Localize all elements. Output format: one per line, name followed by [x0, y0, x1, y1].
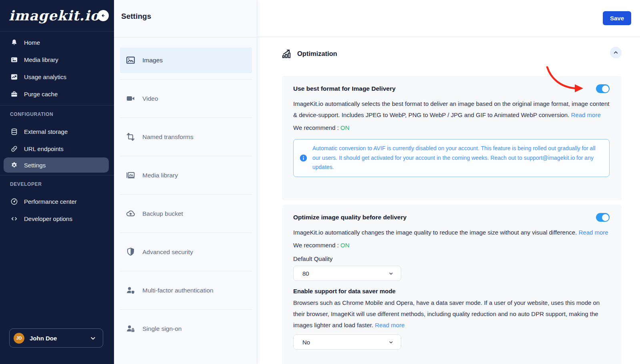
sidebar-item-label: Developer options — [24, 215, 72, 222]
sidebar-item-media-library[interactable]: Media library — [0, 51, 114, 68]
quality-card: Optimize image quality before delivery I… — [282, 205, 622, 364]
quality-toggle[interactable] — [596, 213, 610, 222]
database-icon — [10, 128, 18, 136]
settings-category-named-transforms[interactable]: Named transforms — [120, 124, 252, 150]
read-more-link[interactable]: Read more — [571, 111, 601, 118]
data-saver-description: Browsers such as Chrome Mobile and Opera… — [293, 297, 610, 331]
list-slot: Video — [114, 80, 257, 117]
sidebar-collapse-button[interactable] — [98, 10, 109, 21]
best-format-card: Use best format for Image Delivery Image… — [282, 76, 622, 201]
avif-info-alert: Automatic conversion to AVIF is currentl… — [293, 139, 610, 177]
quality-description: ImageKit.io automatically changes the im… — [293, 227, 610, 238]
settings-category-backup-bucket[interactable]: Backup bucket — [120, 201, 252, 227]
settings-content-panel: Save Optimization Use best format for Im… — [257, 0, 640, 364]
list-slot: Single sign-on — [114, 310, 257, 348]
settings-category-advanced-security[interactable]: Advanced security — [120, 239, 252, 265]
sidebar-item-usage-analytics[interactable]: Usage analytics — [0, 68, 114, 86]
gauge-icon — [10, 198, 18, 206]
optimization-section-header: Optimization — [257, 45, 640, 66]
sidebar-item-home[interactable]: Home — [0, 34, 114, 51]
settings-category-video[interactable]: Video — [120, 86, 252, 111]
list-slot: Multi-factor authentication — [114, 271, 257, 309]
settings-category-multi-factor-authentication[interactable]: Multi-factor authentication — [120, 278, 252, 303]
settings-category-media-library[interactable]: Media library — [120, 163, 252, 188]
user-name: John Doe — [30, 335, 84, 342]
recommendation: We recommend : ON — [293, 124, 610, 131]
section-collapse-button[interactable] — [610, 47, 622, 58]
default-quality-label: Default Quality — [293, 255, 610, 262]
chevron-up-icon — [613, 50, 618, 55]
recommend-value: ON — [340, 124, 350, 131]
gear-icon — [10, 161, 18, 169]
avatar: JD — [14, 333, 24, 344]
settings-category-label: Named transforms — [142, 133, 193, 141]
selected-value: 80 — [302, 270, 388, 277]
save-button[interactable]: Save — [603, 11, 631, 25]
crop-icon — [125, 132, 136, 142]
settings-panel-title: Settings — [114, 0, 257, 21]
chevron-down-icon — [90, 335, 96, 342]
sidebar-item-label: Settings — [24, 162, 46, 169]
selected-value: No — [302, 339, 388, 346]
read-more-link[interactable]: Read more — [578, 229, 608, 236]
sidebar-item-purge-cache[interactable]: Purge cache — [0, 86, 114, 103]
settings-category-images[interactable]: Images — [120, 48, 252, 73]
sidebar-item-url-endpoints[interactable]: URL endpoints — [0, 140, 114, 157]
settings-category-label: Advanced security — [142, 249, 193, 256]
user-menu[interactable]: JD John Doe — [9, 328, 103, 348]
list-slot: Backup bucket — [114, 195, 257, 233]
data-saver-select[interactable]: No — [293, 334, 401, 350]
chevron-down-icon — [388, 271, 394, 276]
user-lock-icon — [125, 324, 136, 334]
shield-icon — [125, 247, 136, 257]
sidebar-item-label: Usage analytics — [24, 74, 66, 80]
default-quality-select[interactable]: 80 — [293, 266, 401, 281]
list-slot: Images — [114, 41, 257, 79]
analytics-chart-icon — [10, 73, 18, 81]
media-library-icon — [125, 170, 136, 181]
images-icon — [125, 55, 136, 66]
chevron-down-icon — [388, 340, 394, 345]
logo-row: imagekit.io — [0, 0, 114, 31]
cloud-upload-icon — [125, 209, 136, 219]
code-icon — [10, 215, 18, 223]
avif-info-text: Automatic conversion to AVIF is currentl… — [312, 144, 600, 172]
settings-category-label: Images — [142, 57, 163, 64]
sidebar-nav: HomeMedia libraryUsage analyticsPurge ca… — [0, 32, 114, 230]
purge-cache-icon — [10, 90, 18, 98]
sidebar-item-developer-options[interactable]: Developer options — [0, 210, 114, 227]
quality-title: Optimize image quality before delivery — [293, 214, 406, 221]
settings-category-single-sign-on[interactable]: Single sign-on — [120, 316, 252, 342]
list-slot: Named transforms — [114, 118, 257, 156]
info-icon — [300, 154, 307, 162]
best-format-title: Use best format for Image Delivery — [293, 85, 396, 92]
bell-icon — [10, 39, 18, 47]
read-more-link[interactable]: Read more — [375, 322, 404, 328]
media-image-icon — [10, 56, 18, 64]
sidebar-item-settings[interactable]: Settings — [4, 157, 109, 173]
toggle-knob — [602, 214, 609, 221]
link-icon — [10, 145, 18, 153]
sidebar-item-label: Media library — [24, 56, 58, 63]
settings-category-list: ImagesVideoNamed transformsMedia library… — [114, 41, 257, 348]
settings-category-label: Media library — [142, 172, 178, 179]
sidebar-item-label: Purge cache — [24, 91, 58, 97]
sidebar-item-performance-center[interactable]: Performance center — [0, 193, 114, 210]
settings-category-label: Backup bucket — [142, 210, 183, 217]
best-format-description: ImageKit.io automatically selects the be… — [293, 98, 610, 121]
settings-panel-divider — [114, 37, 257, 38]
content-topbar: Save — [257, 0, 640, 37]
data-saver-title: Enable support for data saver mode — [293, 288, 610, 294]
settings-category-label: Single sign-on — [142, 325, 182, 332]
best-format-toggle[interactable] — [596, 84, 610, 93]
user-shield-icon — [125, 285, 136, 296]
list-slot: Advanced security — [114, 233, 257, 271]
recommendation: We recommend : ON — [293, 242, 610, 249]
sidebar-item-external-storage[interactable]: External storage — [0, 123, 114, 140]
arrow-left-icon — [100, 12, 106, 19]
list-slot: Media library — [114, 156, 257, 194]
section-title: Optimization — [297, 50, 337, 58]
sidebar-section-label: CONFIGURATION — [0, 105, 114, 121]
sidebar-item-label: Performance center — [24, 198, 77, 205]
settings-category-label: Multi-factor authentication — [142, 287, 213, 294]
